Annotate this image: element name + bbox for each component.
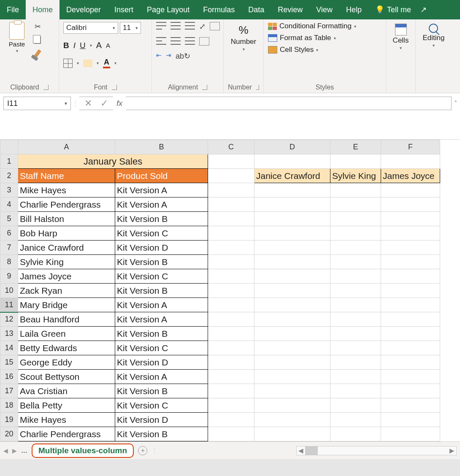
align-center-button[interactable] — [170, 37, 181, 45]
grow-font-button[interactable]: A — [96, 41, 102, 50]
sheet-tab-active[interactable]: Multiple values-column — [32, 444, 134, 458]
tab-insert[interactable]: Insert — [108, 0, 140, 19]
bold-button[interactable]: B — [63, 41, 69, 50]
cell-E14[interactable] — [330, 341, 381, 355]
cells-button[interactable]: Cells▾ — [390, 22, 411, 52]
cell-E10[interactable] — [330, 284, 381, 298]
col-header-B[interactable]: B — [115, 140, 208, 154]
cell-C17[interactable] — [208, 384, 254, 398]
font-name-combo[interactable]: Calibri▾ — [63, 22, 118, 34]
cell-B11[interactable]: Kit Version A — [115, 298, 208, 312]
formula-bar-expand[interactable]: ˄ — [452, 97, 460, 110]
cell-F17[interactable] — [381, 384, 440, 398]
cell-B12[interactable]: Kit Version A — [115, 312, 208, 327]
cell-A15[interactable]: George Eddy — [18, 355, 115, 370]
formula-input[interactable] — [126, 97, 452, 110]
cell-B19[interactable]: Kit Version D — [115, 413, 208, 427]
increase-indent-button[interactable]: ⇥ — [166, 51, 171, 61]
tab-developer[interactable]: Developer — [60, 0, 108, 19]
cell-A13[interactable]: Laila Green — [18, 327, 115, 341]
cell-B9[interactable]: Kit Version C — [115, 269, 208, 284]
cell-C11[interactable] — [208, 298, 254, 312]
cell-B5[interactable]: Kit Version B — [115, 212, 208, 226]
row-header-7[interactable]: 7 — [0, 241, 18, 255]
wrap-text-button[interactable] — [210, 22, 220, 30]
cell-D16[interactable] — [254, 370, 330, 384]
cell-D8[interactable] — [254, 255, 330, 269]
cut-icon[interactable] — [33, 22, 42, 31]
cell-D17[interactable] — [254, 384, 330, 398]
tab-view[interactable]: View — [309, 0, 339, 19]
align-top-button[interactable] — [156, 22, 166, 30]
cell-E3[interactable] — [330, 183, 381, 197]
format-painter-icon[interactable] — [33, 49, 42, 58]
row-header-1[interactable]: 1 — [0, 154, 18, 169]
row-header-6[interactable]: 6 — [0, 226, 18, 241]
tab-tell-me[interactable]: 💡Tell me — [368, 0, 418, 19]
cell-C8[interactable] — [208, 255, 254, 269]
col-header-E[interactable]: E — [330, 140, 381, 154]
col-header-C[interactable]: C — [208, 140, 254, 154]
cell-A10[interactable]: Zack Ryan — [18, 284, 115, 298]
cell-A4[interactable]: Charlie Pendergrass — [18, 197, 115, 212]
cell-A12[interactable]: Beau Handford — [18, 312, 115, 327]
tab-review[interactable]: Review — [271, 0, 309, 19]
cell-B4[interactable]: Kit Version A — [115, 197, 208, 212]
rotate-text-button[interactable]: ab↻ — [176, 51, 190, 61]
cell-D12[interactable] — [254, 312, 330, 327]
cell-C4[interactable] — [208, 197, 254, 212]
row-header-9[interactable]: 9 — [0, 269, 18, 284]
cell-E8[interactable] — [330, 255, 381, 269]
merge-button[interactable] — [199, 37, 209, 46]
cell-D18[interactable] — [254, 398, 330, 413]
cell-C13[interactable] — [208, 327, 254, 341]
cell-F4[interactable] — [381, 197, 440, 212]
cell-A2[interactable]: Staff Name — [18, 169, 115, 183]
cell-E9[interactable] — [330, 269, 381, 284]
cell-C6[interactable] — [208, 226, 254, 241]
cell-F3[interactable] — [381, 183, 440, 197]
cell-D9[interactable] — [254, 269, 330, 284]
row-header-4[interactable]: 4 — [0, 197, 18, 212]
cell-C20[interactable] — [208, 427, 254, 441]
cell-grid[interactable]: A B C D E F 1 January Sales 2 Staff Name… — [0, 140, 440, 441]
cell-D5[interactable] — [254, 212, 330, 226]
cell-E16[interactable] — [330, 370, 381, 384]
paste-button[interactable]: Paste ▾ — [4, 22, 30, 53]
col-header-D[interactable]: D — [254, 140, 330, 154]
editing-button[interactable]: Editing▾ — [420, 22, 447, 49]
col-header-A[interactable]: A — [18, 140, 115, 154]
cell-B2[interactable]: Product Sold — [115, 169, 208, 183]
row-header-19[interactable]: 19 — [0, 413, 18, 427]
fill-color-button[interactable] — [83, 60, 92, 67]
font-size-combo[interactable]: 11▾ — [120, 22, 141, 34]
font-dialog-launcher[interactable] — [112, 85, 117, 90]
row-header-2[interactable]: 2 — [0, 169, 18, 183]
row-header-5[interactable]: 5 — [0, 212, 18, 226]
align-middle-button[interactable] — [170, 22, 181, 30]
cancel-formula-button[interactable]: ✕ — [84, 98, 92, 109]
cell-F5[interactable] — [381, 212, 440, 226]
cell-A17[interactable]: Ava Cristian — [18, 384, 115, 398]
cell-A14[interactable]: Betty Edwards — [18, 341, 115, 355]
cell-E20[interactable] — [330, 427, 381, 441]
tab-page-layout[interactable]: Page Layout — [140, 0, 196, 19]
cell-A5[interactable]: Bill Halston — [18, 212, 115, 226]
alignment-dialog-launcher[interactable] — [202, 85, 207, 90]
row-header-12[interactable]: 12 — [0, 312, 18, 327]
cell-C5[interactable] — [208, 212, 254, 226]
row-header-13[interactable]: 13 — [0, 327, 18, 341]
cell-C19[interactable] — [208, 413, 254, 427]
cell-E12[interactable] — [330, 312, 381, 327]
cell-A8[interactable]: Sylvie King — [18, 255, 115, 269]
cell-E19[interactable] — [330, 413, 381, 427]
cell-D13[interactable] — [254, 327, 330, 341]
row-header-16[interactable]: 16 — [0, 370, 18, 384]
row-header-3[interactable]: 3 — [0, 183, 18, 197]
cell-A7[interactable]: Janice Crawford — [18, 241, 115, 255]
cell-D14[interactable] — [254, 341, 330, 355]
clipboard-dialog-launcher[interactable] — [43, 85, 49, 90]
row-header-8[interactable]: 8 — [0, 255, 18, 269]
conditional-formatting-button[interactable]: Conditional Formatting ▾ — [268, 22, 356, 30]
cell-E4[interactable] — [330, 197, 381, 212]
